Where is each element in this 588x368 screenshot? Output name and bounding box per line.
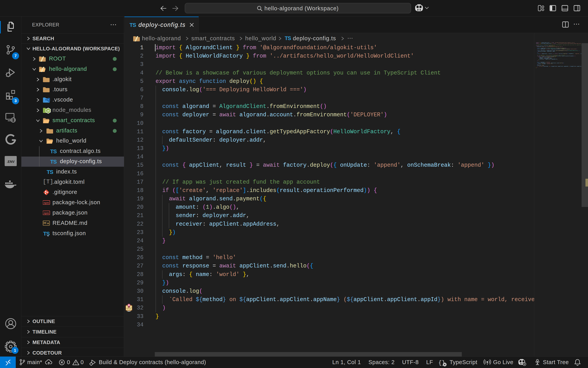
svg-text:npm: npm (44, 212, 49, 214)
svg-text:JS: JS (47, 110, 50, 112)
svg-text:npm: npm (44, 201, 49, 204)
svg-text:.ENV: .ENV (7, 160, 15, 164)
